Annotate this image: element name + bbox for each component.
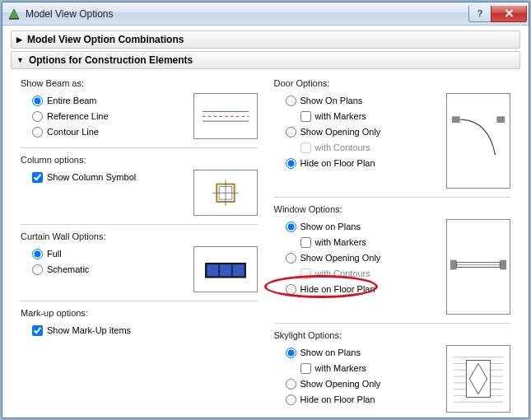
markup-group: Mark-up options: Show Mark-Up items: [21, 305, 258, 338]
door-contours-checkbox: [300, 142, 311, 153]
right-column: Door Options: Show On Plans with Markers…: [266, 75, 511, 418]
door-markers-checkbox[interactable]: [300, 111, 311, 122]
section-combinations[interactable]: ▶ Model View Option Combinations: [11, 30, 520, 49]
beam-title: Show Beam as:: [21, 75, 258, 88]
markup-show-checkbox[interactable]: [32, 325, 43, 336]
door-showplans-radio[interactable]: [286, 96, 296, 106]
close-button[interactable]: [491, 6, 527, 22]
window-preview: [446, 219, 510, 315]
markup-title: Mark-up options:: [21, 305, 258, 318]
divider: [274, 323, 511, 324]
titlebar[interactable]: Model View Options ?: [2, 2, 529, 26]
section-construction[interactable]: ▼ Options for Construction Elements: [11, 51, 520, 69]
markup-show-label: Show Mark-Up items: [47, 325, 131, 335]
door-markers-label: with Markers: [315, 111, 366, 121]
skylight-preview: [446, 345, 510, 413]
triangle-right-icon: ▶: [16, 35, 22, 44]
svg-rect-13: [452, 116, 460, 123]
svg-rect-17: [450, 260, 457, 270]
left-column: Show Beam as: Entire Beam Reference Line…: [21, 75, 266, 418]
svg-marker-0: [9, 9, 19, 19]
column-group: Column options: Show Column Symbol: [21, 152, 258, 219]
skylight-opening-label: Show Opening Only: [300, 379, 381, 389]
skylight-showplans-radio[interactable]: [286, 348, 296, 358]
window-hide-radio[interactable]: [286, 284, 296, 295]
beam-reference-radio[interactable]: [32, 111, 43, 122]
window-contours-checkbox: [300, 268, 311, 279]
beam-preview: [193, 93, 258, 139]
divider: [21, 224, 258, 225]
door-hide-radio[interactable]: [286, 158, 296, 169]
svg-rect-18: [500, 260, 506, 270]
skylight-group: Skylight Options: Show on Plans with Mar…: [274, 327, 511, 416]
door-group: Door Options: Show On Plans with Markers…: [274, 75, 511, 192]
beam-entire-label: Entire Beam: [47, 96, 97, 105]
dialog-window: Model View Options ? ▶ Model View Option…: [2, 2, 529, 418]
beam-contour-label: Contour Line: [47, 127, 99, 137]
door-hide-label: Hide on Floor Plan: [300, 158, 375, 168]
door-preview: [446, 93, 510, 189]
beam-group: Show Beam as: Entire Beam Reference Line…: [21, 75, 258, 142]
door-contours-label: with Contours: [315, 142, 370, 152]
svg-rect-11: [220, 264, 231, 276]
app-icon: [7, 7, 21, 21]
window-showplans-label: Show on Plans: [300, 222, 361, 231]
divider: [274, 197, 511, 198]
curtain-full-label: Full: [47, 249, 62, 259]
svg-rect-14: [496, 116, 505, 123]
section-construction-label: Options for Construction Elements: [29, 54, 193, 66]
window-markers-label: with Markers: [315, 237, 366, 247]
window-opt-title: Window Options:: [274, 201, 511, 214]
window-opening-radio[interactable]: [286, 253, 296, 264]
curtain-schematic-label: Schematic: [47, 264, 89, 274]
triangle-down-icon: ▼: [16, 56, 24, 64]
beam-reference-label: Reference Line: [47, 111, 109, 121]
window-showplans-radio[interactable]: [286, 222, 296, 232]
window-hide-label: Hide on Floor Plan: [300, 284, 375, 294]
window-contours-label: with Contours: [315, 268, 370, 278]
divider: [21, 301, 258, 301]
svg-rect-12: [232, 264, 244, 276]
window-opt-group: Window Options: Show on Plans with Marke…: [274, 201, 511, 318]
window-opening-label: Show Opening Only: [300, 253, 381, 263]
help-button[interactable]: ?: [468, 6, 491, 22]
curtain-schematic-radio[interactable]: [32, 264, 43, 275]
column-symbol-checkbox[interactable]: [32, 172, 43, 183]
beam-contour-radio[interactable]: [32, 127, 43, 138]
window-title: Model View Options: [26, 8, 469, 20]
skylight-opening-radio[interactable]: [286, 379, 296, 390]
skylight-hide-radio[interactable]: [286, 394, 296, 405]
skylight-markers-checkbox[interactable]: [300, 363, 311, 374]
curtain-title: Curtain Wall Options:: [21, 228, 258, 241]
door-opening-radio[interactable]: [286, 127, 296, 138]
dialog-content: ▶ Model View Option Combinations ▼ Optio…: [2, 26, 529, 420]
column-title: Column options:: [21, 152, 258, 165]
divider: [21, 147, 258, 148]
door-title: Door Options:: [274, 75, 511, 88]
skylight-hide-label: Hide on Floor Plan: [300, 394, 375, 404]
column-symbol-label: Show Column Symbol: [47, 172, 136, 182]
skylight-title: Skylight Options:: [274, 327, 511, 340]
svg-rect-10: [207, 264, 218, 276]
svg-rect-1: [9, 18, 19, 20]
curtain-preview: [193, 246, 258, 292]
curtain-full-radio[interactable]: [32, 249, 43, 259]
beam-entire-radio[interactable]: [32, 96, 43, 106]
door-showplans-label: Show On Plans: [300, 96, 363, 105]
skylight-markers-label: with Markers: [315, 363, 366, 373]
options-panel: Show Beam as: Entire Beam Reference Line…: [11, 72, 520, 418]
window-markers-checkbox[interactable]: [300, 237, 311, 248]
skylight-showplans-label: Show on Plans: [300, 348, 361, 357]
door-opening-label: Show Opening Only: [300, 127, 381, 137]
column-preview: [193, 170, 258, 216]
section-combinations-label: Model View Option Combinations: [27, 34, 184, 45]
curtain-group: Curtain Wall Options: Full Schematic: [21, 228, 258, 296]
